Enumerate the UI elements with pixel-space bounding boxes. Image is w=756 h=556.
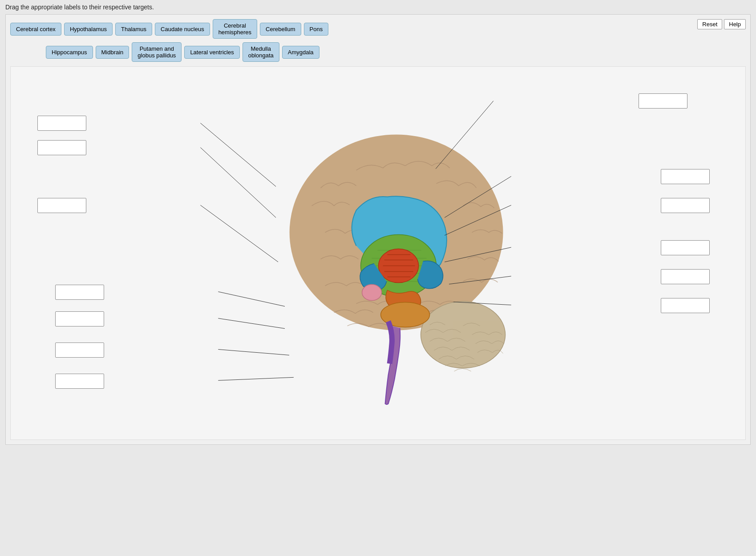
label-cerebellum[interactable]: Cerebellum <box>260 23 301 36</box>
labels-row-1: Cerebral cortex Hypothalamus Thalamus Ca… <box>10 19 706 39</box>
labels-area: Cerebral cortex Hypothalamus Thalamus Ca… <box>10 19 746 62</box>
drop-box-left-5[interactable] <box>55 311 104 326</box>
drop-box-left-4[interactable] <box>55 285 104 300</box>
svg-point-13 <box>362 285 381 301</box>
label-pons[interactable]: Pons <box>304 23 329 36</box>
help-button[interactable]: Help <box>724 19 746 29</box>
drop-box-right-5[interactable] <box>661 269 710 284</box>
svg-line-16 <box>200 123 276 187</box>
svg-line-17 <box>200 148 276 218</box>
label-caudate-nucleus[interactable]: Caudate nucleus <box>155 23 210 36</box>
label-cerebral-hemispheres[interactable]: Cerebralhemispheres <box>213 19 257 39</box>
labels-row-2: Hippocampus Midbrain Putamen andglobus p… <box>10 42 706 62</box>
drop-box-left-2[interactable] <box>37 140 86 155</box>
label-medulla-oblongata[interactable]: Medullaoblongata <box>243 42 279 62</box>
drop-box-left-1[interactable] <box>37 116 86 131</box>
main-panel: Reset Help Cerebral cortex Hypothalamus … <box>5 14 751 445</box>
drop-box-right-3[interactable] <box>661 198 710 213</box>
instruction-text: Drag the appropriate labels to their res… <box>5 4 751 11</box>
reset-button[interactable]: Reset <box>697 19 722 29</box>
label-hippocampus[interactable]: Hippocampus <box>46 46 93 59</box>
diagram-area <box>10 66 746 440</box>
label-putamen-globus[interactable]: Putamen andglobus pallidus <box>132 42 182 62</box>
label-cerebral-cortex[interactable]: Cerebral cortex <box>10 23 61 36</box>
svg-point-14 <box>420 302 505 368</box>
drop-box-left-3[interactable] <box>37 198 86 213</box>
svg-line-18 <box>200 205 278 262</box>
drop-box-right-2[interactable] <box>661 169 710 184</box>
drop-box-right-1[interactable] <box>639 93 687 109</box>
top-buttons: Reset Help <box>697 19 746 29</box>
drop-box-left-7[interactable] <box>55 374 104 389</box>
label-thalamus[interactable]: Thalamus <box>115 23 152 36</box>
outer-container: Drag the appropriate labels to their res… <box>0 0 756 556</box>
label-midbrain[interactable]: Midbrain <box>96 46 129 59</box>
drop-box-left-6[interactable] <box>55 342 104 358</box>
label-lateral-ventricles[interactable]: Lateral ventricles <box>184 46 239 59</box>
brain-illustration <box>267 108 525 411</box>
label-amygdala[interactable]: Amygdala <box>282 46 319 59</box>
label-hypothalamus[interactable]: Hypothalamus <box>64 23 113 36</box>
drop-box-right-6[interactable] <box>661 298 710 313</box>
drop-box-right-4[interactable] <box>661 240 710 255</box>
